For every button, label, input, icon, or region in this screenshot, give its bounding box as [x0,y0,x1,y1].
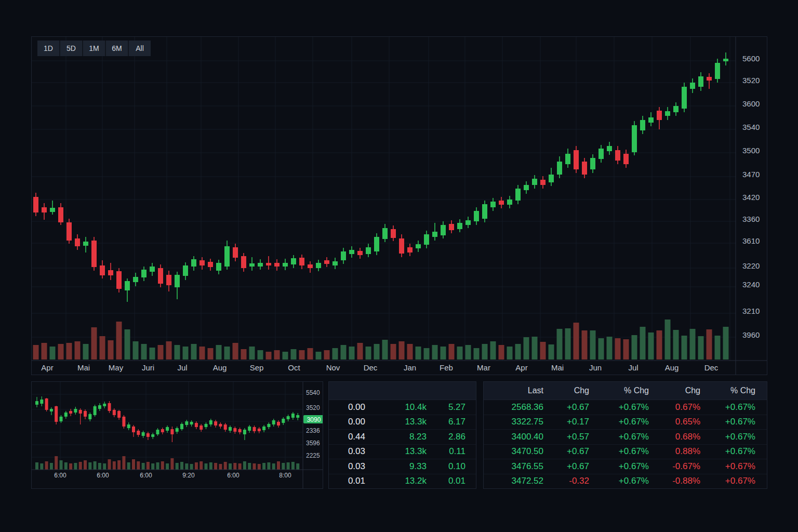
candle [249,263,255,267]
candle [66,222,72,241]
candle [224,424,227,430]
left-table-row[interactable]: 0.039.330.10 [329,459,476,474]
candle [515,189,521,201]
mini-candlestick-chart: 5540352030902336359622256:006:006:009:20… [32,382,323,488]
y-axis-label: 3210 [742,307,760,315]
left-table-cell: 0.00 [329,417,365,427]
x-axis-label: Aug [665,363,679,372]
y-axis-label: 5600 [742,54,760,63]
candle [200,425,203,430]
y-axis-label: 3220 [742,261,760,270]
left-table-cell: 0.03 [329,446,365,457]
volume-bar [274,350,280,360]
volume-bar [391,344,396,360]
right-table-cell: +0.67% [589,476,649,486]
volume-bar [170,458,174,470]
candle [216,263,221,271]
volume-bar [190,464,193,470]
candle [233,247,238,258]
range-button-5d[interactable]: 5D [60,41,82,56]
x-axis-label: Dec [364,363,378,372]
x-axis-label: Apr [41,363,53,372]
right-table-cell: +0.67% [700,402,755,413]
y-axis-label: 3420 [742,193,760,202]
range-button-all[interactable]: All [129,41,151,56]
volume-bar [94,461,97,470]
volume-bar [449,344,455,360]
x-axis-label: 6:00 [140,472,152,479]
right-table-row[interactable]: 3470.50+0.67+0.67%0.88%+0.67% [484,445,767,460]
volume-bar [723,327,729,360]
volume-bar [195,462,198,470]
left-table-row[interactable]: 0.448.232.86 [329,430,476,445]
candle [267,424,270,427]
x-axis-label: Mai [77,363,90,372]
volume-bar [324,350,330,360]
volume-bar [208,348,214,360]
candle [707,77,712,81]
candle [682,87,687,109]
left-table-cell: 5.27 [427,402,466,413]
y-axis-label: 3470 [742,170,760,179]
right-table-cell: +0.67% [589,432,649,442]
volume-bar [416,347,421,360]
volume-bar [40,463,43,470]
left-table-row[interactable]: 0.0010.4k5.27 [329,400,476,415]
x-axis-label: Sep [250,363,264,372]
right-table-row[interactable]: 3472.52-0.32+0.67%-0.88%+0.67% [484,474,767,489]
volume-bar [607,337,613,360]
volume-bar [466,345,471,360]
volume-bar [623,339,629,360]
right-table-row[interactable]: 3322.75+0.17+0.67%0.65%+0.67% [484,415,767,430]
right-table-cell: 3400.40 [484,432,543,442]
volume-bar [113,461,116,470]
right-table-row[interactable]: 3476.55+0.67+0.67%-0.67%+0.67% [484,459,767,474]
left-table-row[interactable]: 0.0013.3k6.17 [329,415,476,430]
candle [243,430,246,434]
left-table-row[interactable]: 0.0313.3k0.11 [329,445,476,460]
candle [74,409,77,413]
candle [648,117,654,123]
candle [632,125,637,152]
candle [532,179,537,185]
left-table-row[interactable]: 0.0113.2k0.01 [329,474,476,489]
volume-bar [122,456,125,470]
volume-bar [524,337,529,360]
candle [94,406,97,415]
candle [258,263,263,267]
range-button-1d[interactable]: 1D [37,41,59,56]
candle [665,111,670,116]
volume-bar [132,459,135,470]
volume-bar [42,343,47,360]
candle [507,200,512,205]
candle [549,175,554,182]
volume-bar [200,461,203,470]
volume-bar [166,463,169,470]
candle [283,263,288,267]
x-axis-label: Jan [404,363,416,372]
left-table-cell: 0.03 [329,461,365,472]
volume-bar [665,320,671,360]
volume-bar [175,345,180,360]
volume-bar [258,350,263,360]
range-button-6m[interactable]: 6M [106,41,128,56]
volume-bar [357,343,363,360]
candle [200,260,205,265]
right-table-cell: 3322.75 [484,417,543,427]
candle [416,244,421,248]
volume-bar [233,343,238,360]
right-table-row[interactable]: 3400.40+0.57+0.67%0.68%+0.67% [484,430,767,445]
range-button-1m[interactable]: 1M [83,41,105,56]
volume-bar [117,460,121,470]
volume-bar [499,345,504,360]
volume-bar [648,332,654,360]
candle [151,434,154,437]
left-table-cell: 0.10 [427,461,466,472]
watchlist-table: LastChg% ChgChg% Chg2568.36+0.67+0.67%0.… [483,381,767,489]
right-table-row[interactable]: 2568.36+0.67+0.67%0.67%+0.67% [484,400,767,415]
volume-bar [287,462,290,470]
x-axis-label: Aug [213,363,227,372]
y-axis-label: 5540 [306,389,320,396]
y-axis-label: 3520 [742,76,760,85]
volume-bar [64,462,68,470]
